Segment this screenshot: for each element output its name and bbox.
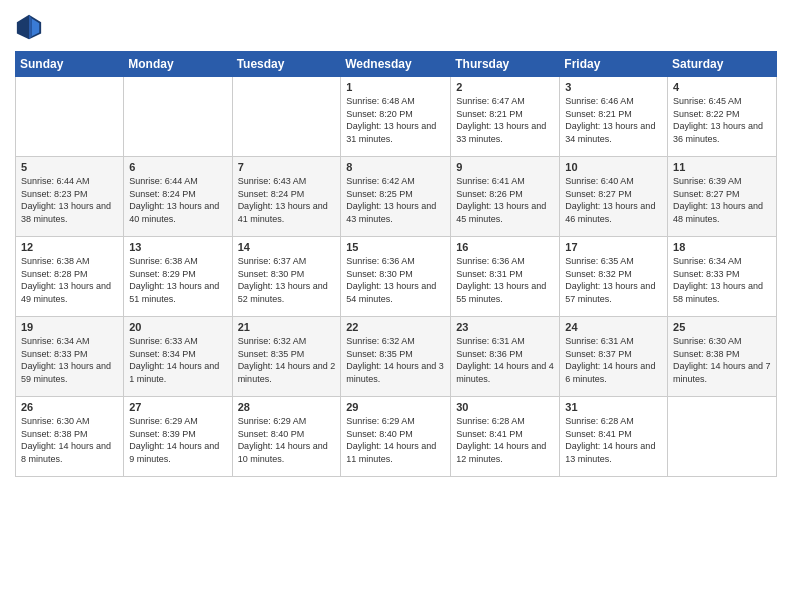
- calendar-cell: 4Sunrise: 6:45 AMSunset: 8:22 PMDaylight…: [668, 77, 777, 157]
- day-number: 17: [565, 241, 662, 253]
- calendar-cell: 14Sunrise: 6:37 AMSunset: 8:30 PMDayligh…: [232, 237, 341, 317]
- day-info: Sunrise: 6:36 AMSunset: 8:31 PMDaylight:…: [456, 255, 554, 305]
- day-number: 3: [565, 81, 662, 93]
- day-info: Sunrise: 6:29 AMSunset: 8:39 PMDaylight:…: [129, 415, 226, 465]
- day-info: Sunrise: 6:38 AMSunset: 8:29 PMDaylight:…: [129, 255, 226, 305]
- day-info: Sunrise: 6:46 AMSunset: 8:21 PMDaylight:…: [565, 95, 662, 145]
- day-number: 9: [456, 161, 554, 173]
- day-info: Sunrise: 6:45 AMSunset: 8:22 PMDaylight:…: [673, 95, 771, 145]
- day-info: Sunrise: 6:39 AMSunset: 8:27 PMDaylight:…: [673, 175, 771, 225]
- header: [15, 10, 777, 43]
- day-info: Sunrise: 6:32 AMSunset: 8:35 PMDaylight:…: [238, 335, 336, 385]
- col-header-wednesday: Wednesday: [341, 52, 451, 77]
- calendar-cell: 9Sunrise: 6:41 AMSunset: 8:26 PMDaylight…: [451, 157, 560, 237]
- day-info: Sunrise: 6:34 AMSunset: 8:33 PMDaylight:…: [21, 335, 118, 385]
- calendar-cell: 25Sunrise: 6:30 AMSunset: 8:38 PMDayligh…: [668, 317, 777, 397]
- day-info: Sunrise: 6:32 AMSunset: 8:35 PMDaylight:…: [346, 335, 445, 385]
- day-info: Sunrise: 6:47 AMSunset: 8:21 PMDaylight:…: [456, 95, 554, 145]
- day-number: 1: [346, 81, 445, 93]
- day-info: Sunrise: 6:40 AMSunset: 8:27 PMDaylight:…: [565, 175, 662, 225]
- day-number: 8: [346, 161, 445, 173]
- logo-icon: [15, 13, 43, 41]
- day-info: Sunrise: 6:37 AMSunset: 8:30 PMDaylight:…: [238, 255, 336, 305]
- col-header-thursday: Thursday: [451, 52, 560, 77]
- day-number: 14: [238, 241, 336, 253]
- col-header-sunday: Sunday: [16, 52, 124, 77]
- day-number: 16: [456, 241, 554, 253]
- day-info: Sunrise: 6:31 AMSunset: 8:37 PMDaylight:…: [565, 335, 662, 385]
- col-header-tuesday: Tuesday: [232, 52, 341, 77]
- day-info: Sunrise: 6:44 AMSunset: 8:24 PMDaylight:…: [129, 175, 226, 225]
- day-number: 28: [238, 401, 336, 413]
- day-number: 22: [346, 321, 445, 333]
- calendar-cell: 5Sunrise: 6:44 AMSunset: 8:23 PMDaylight…: [16, 157, 124, 237]
- day-info: Sunrise: 6:29 AMSunset: 8:40 PMDaylight:…: [238, 415, 336, 465]
- calendar-cell: 16Sunrise: 6:36 AMSunset: 8:31 PMDayligh…: [451, 237, 560, 317]
- day-number: 7: [238, 161, 336, 173]
- calendar-cell: 19Sunrise: 6:34 AMSunset: 8:33 PMDayligh…: [16, 317, 124, 397]
- day-number: 19: [21, 321, 118, 333]
- day-info: Sunrise: 6:29 AMSunset: 8:40 PMDaylight:…: [346, 415, 445, 465]
- calendar-cell: 22Sunrise: 6:32 AMSunset: 8:35 PMDayligh…: [341, 317, 451, 397]
- day-number: 18: [673, 241, 771, 253]
- day-info: Sunrise: 6:36 AMSunset: 8:30 PMDaylight:…: [346, 255, 445, 305]
- day-info: Sunrise: 6:44 AMSunset: 8:23 PMDaylight:…: [21, 175, 118, 225]
- day-number: 5: [21, 161, 118, 173]
- page: SundayMondayTuesdayWednesdayThursdayFrid…: [0, 0, 792, 492]
- day-number: 12: [21, 241, 118, 253]
- calendar-cell: 31Sunrise: 6:28 AMSunset: 8:41 PMDayligh…: [560, 397, 668, 477]
- logo: [15, 15, 45, 43]
- calendar-cell: 10Sunrise: 6:40 AMSunset: 8:27 PMDayligh…: [560, 157, 668, 237]
- calendar-cell: [16, 77, 124, 157]
- calendar-cell: 11Sunrise: 6:39 AMSunset: 8:27 PMDayligh…: [668, 157, 777, 237]
- calendar-week-row: 5Sunrise: 6:44 AMSunset: 8:23 PMDaylight…: [16, 157, 777, 237]
- day-info: Sunrise: 6:33 AMSunset: 8:34 PMDaylight:…: [129, 335, 226, 385]
- day-number: 31: [565, 401, 662, 413]
- calendar-cell: 30Sunrise: 6:28 AMSunset: 8:41 PMDayligh…: [451, 397, 560, 477]
- day-number: 23: [456, 321, 554, 333]
- calendar-cell: [124, 77, 232, 157]
- calendar-cell: 1Sunrise: 6:48 AMSunset: 8:20 PMDaylight…: [341, 77, 451, 157]
- day-info: Sunrise: 6:41 AMSunset: 8:26 PMDaylight:…: [456, 175, 554, 225]
- day-number: 2: [456, 81, 554, 93]
- day-info: Sunrise: 6:30 AMSunset: 8:38 PMDaylight:…: [673, 335, 771, 385]
- day-number: 20: [129, 321, 226, 333]
- calendar-cell: 29Sunrise: 6:29 AMSunset: 8:40 PMDayligh…: [341, 397, 451, 477]
- calendar-cell: 17Sunrise: 6:35 AMSunset: 8:32 PMDayligh…: [560, 237, 668, 317]
- day-number: 29: [346, 401, 445, 413]
- col-header-saturday: Saturday: [668, 52, 777, 77]
- calendar-table: SundayMondayTuesdayWednesdayThursdayFrid…: [15, 51, 777, 477]
- calendar-cell: 6Sunrise: 6:44 AMSunset: 8:24 PMDaylight…: [124, 157, 232, 237]
- calendar-cell: 21Sunrise: 6:32 AMSunset: 8:35 PMDayligh…: [232, 317, 341, 397]
- day-number: 15: [346, 241, 445, 253]
- calendar-week-row: 1Sunrise: 6:48 AMSunset: 8:20 PMDaylight…: [16, 77, 777, 157]
- svg-marker-2: [29, 15, 32, 39]
- day-info: Sunrise: 6:42 AMSunset: 8:25 PMDaylight:…: [346, 175, 445, 225]
- day-number: 4: [673, 81, 771, 93]
- day-number: 6: [129, 161, 226, 173]
- day-number: 11: [673, 161, 771, 173]
- calendar-cell: 13Sunrise: 6:38 AMSunset: 8:29 PMDayligh…: [124, 237, 232, 317]
- day-number: 25: [673, 321, 771, 333]
- day-number: 10: [565, 161, 662, 173]
- day-number: 30: [456, 401, 554, 413]
- day-number: 13: [129, 241, 226, 253]
- calendar-cell: 27Sunrise: 6:29 AMSunset: 8:39 PMDayligh…: [124, 397, 232, 477]
- calendar-cell: 3Sunrise: 6:46 AMSunset: 8:21 PMDaylight…: [560, 77, 668, 157]
- day-info: Sunrise: 6:35 AMSunset: 8:32 PMDaylight:…: [565, 255, 662, 305]
- day-info: Sunrise: 6:34 AMSunset: 8:33 PMDaylight:…: [673, 255, 771, 305]
- day-number: 26: [21, 401, 118, 413]
- calendar-cell: 7Sunrise: 6:43 AMSunset: 8:24 PMDaylight…: [232, 157, 341, 237]
- calendar-cell: 18Sunrise: 6:34 AMSunset: 8:33 PMDayligh…: [668, 237, 777, 317]
- calendar-cell: 8Sunrise: 6:42 AMSunset: 8:25 PMDaylight…: [341, 157, 451, 237]
- day-number: 24: [565, 321, 662, 333]
- calendar-cell: 12Sunrise: 6:38 AMSunset: 8:28 PMDayligh…: [16, 237, 124, 317]
- calendar-header-row: SundayMondayTuesdayWednesdayThursdayFrid…: [16, 52, 777, 77]
- day-number: 27: [129, 401, 226, 413]
- calendar-week-row: 12Sunrise: 6:38 AMSunset: 8:28 PMDayligh…: [16, 237, 777, 317]
- day-info: Sunrise: 6:31 AMSunset: 8:36 PMDaylight:…: [456, 335, 554, 385]
- day-info: Sunrise: 6:28 AMSunset: 8:41 PMDaylight:…: [565, 415, 662, 465]
- col-header-friday: Friday: [560, 52, 668, 77]
- day-info: Sunrise: 6:48 AMSunset: 8:20 PMDaylight:…: [346, 95, 445, 145]
- calendar-cell: 23Sunrise: 6:31 AMSunset: 8:36 PMDayligh…: [451, 317, 560, 397]
